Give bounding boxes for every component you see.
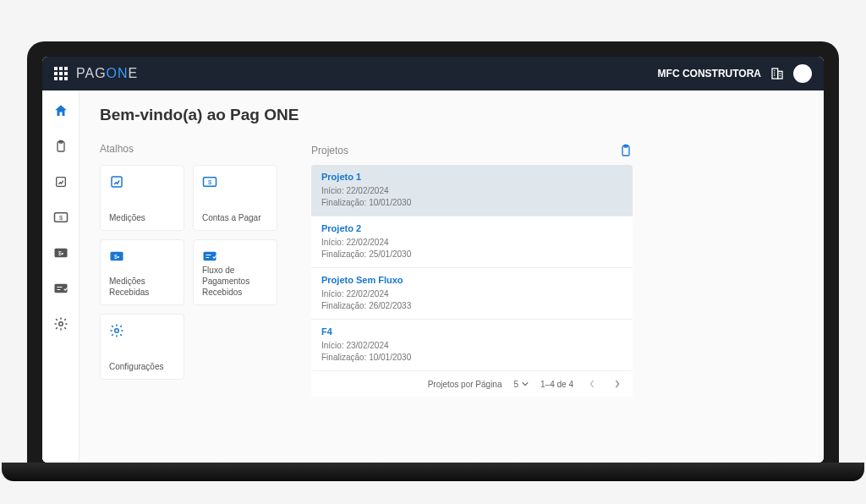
sidebar-item-clipboard[interactable]: [49, 134, 73, 158]
svg-text:$: $: [208, 178, 212, 186]
page-range: 1–4 de 4: [540, 380, 573, 389]
svg-rect-16: [112, 177, 122, 187]
prev-page-button[interactable]: [585, 378, 599, 390]
shortcut-label: Fluxo de Pagamentos Recebidos: [202, 265, 268, 298]
checklist-icon: [202, 249, 217, 264]
shortcuts-section: Atalhos Medições $ Contas a Pagar: [100, 143, 277, 397]
sidebar: $ $•: [42, 90, 79, 463]
shortcut-label: Contas a Pagar: [202, 212, 268, 223]
shortcut-label: Medições: [109, 212, 175, 223]
building-icon[interactable]: [770, 67, 785, 80]
money-icon: $: [53, 211, 69, 223]
chevron-right-icon: [614, 380, 621, 388]
per-page-label: Projetos por Página: [428, 380, 502, 389]
shortcut-contas-pagar[interactable]: $ Contas a Pagar: [193, 165, 277, 231]
project-row[interactable]: Projeto 1Início: 22/02/2024Finalização: …: [311, 165, 633, 216]
svg-text:$: $: [58, 214, 63, 222]
shortcut-fluxo-pagamentos[interactable]: Fluxo de Pagamentos Recebidos: [193, 239, 277, 305]
money-filled-icon: $•: [53, 247, 69, 259]
projects-title: Projetos: [311, 145, 348, 156]
project-end: Finalização: 10/01/2030: [321, 197, 622, 209]
brand-on: ON: [107, 66, 129, 80]
project-end: Finalização: 26/02/2033: [321, 300, 622, 312]
clipboard-icon[interactable]: [619, 143, 633, 158]
gear-icon: [53, 316, 69, 331]
project-title: Projeto 2: [321, 223, 622, 233]
checklist-icon: [53, 282, 69, 294]
shortcut-configuracoes[interactable]: Configurações: [100, 314, 184, 380]
sidebar-item-measure[interactable]: [49, 170, 73, 194]
project-title: Projeto 1: [321, 172, 622, 182]
svg-point-22: [115, 329, 119, 333]
screen: PAGONE MFC CONSTRUTORA: [42, 57, 824, 463]
project-start: Início: 23/02/2024: [321, 340, 622, 352]
svg-point-15: [58, 322, 63, 326]
home-icon: [53, 103, 69, 118]
shortcut-medicoes-recebidas[interactable]: $• Medições Recebidas: [100, 239, 184, 305]
project-row[interactable]: F4Início: 23/02/2024Finalização: 10/01/2…: [311, 320, 633, 371]
main-content: Bem-vindo(a) ao Pag ONE Atalhos Medições…: [79, 90, 824, 463]
project-title: F4: [321, 326, 622, 337]
svg-text:$•: $•: [58, 250, 63, 256]
project-row[interactable]: Projeto 2Início: 22/02/2024Finalização: …: [311, 216, 633, 268]
svg-rect-0: [772, 68, 778, 79]
top-bar: PAGONE MFC CONSTRUTORA: [42, 57, 824, 90]
svg-text:$•: $•: [114, 254, 120, 260]
pagination: Projetos por Página 5 1–4 de 4: [311, 371, 633, 397]
page-title: Bem-vindo(a) ao Pag ONE: [100, 106, 803, 124]
project-list: Projeto 1Início: 22/02/2024Finalização: …: [311, 165, 633, 371]
shortcut-medicoes[interactable]: Medições: [100, 165, 184, 231]
gear-icon: [109, 323, 124, 338]
projects-section: Projetos Projeto 1Início: 22/02/2024Fina…: [311, 143, 633, 397]
shortcuts-title: Atalhos: [100, 143, 277, 155]
brand-logo[interactable]: PAGONE: [76, 66, 138, 81]
apps-grid-icon[interactable]: [54, 67, 68, 80]
sidebar-item-money-filled[interactable]: $•: [49, 241, 73, 265]
project-end: Finalização: 10/01/2030: [321, 352, 622, 364]
shortcut-label: Configurações: [109, 361, 175, 372]
svg-rect-14: [54, 284, 67, 293]
svg-rect-1: [778, 71, 782, 79]
svg-rect-9: [56, 178, 65, 187]
sidebar-item-home[interactable]: [49, 99, 73, 123]
per-page-select[interactable]: 5: [514, 380, 529, 389]
sidebar-item-settings[interactable]: [49, 312, 73, 336]
project-start: Início: 22/02/2024: [321, 185, 622, 197]
measure-icon: [109, 174, 124, 189]
money-icon: $: [202, 174, 217, 189]
project-start: Início: 22/02/2024: [321, 237, 622, 249]
brand-pag: PAG: [76, 66, 107, 80]
svg-rect-21: [204, 252, 216, 261]
next-page-button[interactable]: [611, 378, 624, 390]
chevron-down-icon: [522, 381, 529, 386]
measure-icon: [54, 175, 68, 189]
sidebar-item-checklist[interactable]: [49, 277, 73, 300]
company-name: MFC CONSTRUTORA: [658, 68, 761, 79]
clipboard-icon: [54, 139, 68, 154]
project-row[interactable]: Projeto Sem FluxoInício: 22/02/2024Final…: [311, 268, 633, 320]
sidebar-item-money[interactable]: $: [49, 205, 73, 229]
brand-e: E: [129, 66, 139, 80]
project-start: Início: 22/02/2024: [321, 288, 622, 300]
chevron-left-icon: [589, 380, 595, 388]
avatar[interactable]: [793, 64, 812, 83]
laptop-frame: PAGONE MFC CONSTRUTORA: [27, 41, 839, 463]
project-title: Projeto Sem Fluxo: [321, 275, 622, 285]
money-filled-icon: $•: [109, 249, 124, 264]
shortcut-label: Medições Recebidas: [109, 276, 175, 298]
per-page-value: 5: [514, 380, 519, 389]
project-end: Finalização: 25/01/2030: [321, 249, 622, 260]
